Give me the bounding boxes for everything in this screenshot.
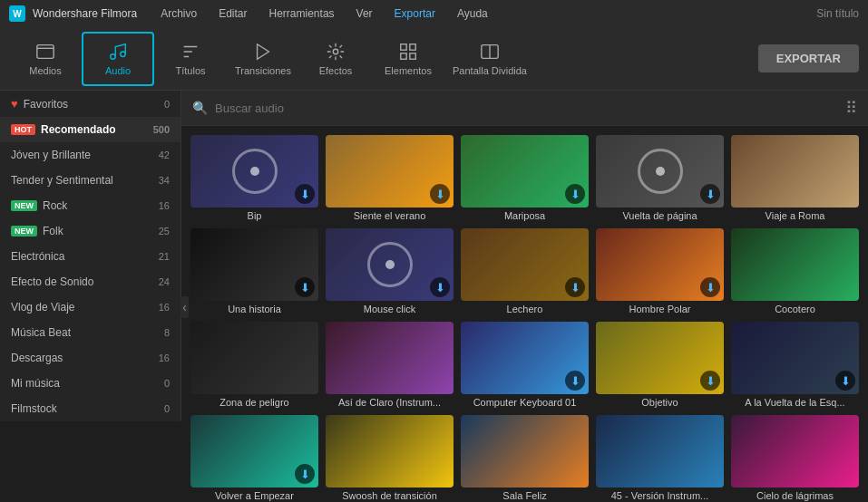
sidebar-descargas-label: Descargas bbox=[11, 352, 63, 364]
sidebar-item-recomendado[interactable]: HOT Recomendado 500 bbox=[0, 117, 180, 142]
grid-item-hombre[interactable]: ⬇Hombre Polar bbox=[596, 228, 724, 314]
grid-thumb-bip: ⬇ bbox=[190, 135, 318, 208]
grid-item-volver[interactable]: ⬇Volver a Empezar bbox=[190, 415, 318, 501]
grid-label-hombre: Hombre Polar bbox=[596, 304, 724, 314]
grid-item-roma[interactable]: Viaje a Roma bbox=[731, 135, 859, 221]
grid-item-cocotero[interactable]: Cocotero bbox=[731, 228, 859, 314]
titlebar: W Wondershare Filmora Archivo Editar Her… bbox=[0, 0, 868, 27]
sidebar-item-vlog[interactable]: Vlog de Viaje 16 bbox=[0, 294, 180, 320]
sidebar-item-efecto[interactable]: Efecto de Sonido 24 bbox=[0, 269, 180, 294]
sidebar-joven-label: Jóven y Brillante bbox=[11, 149, 91, 161]
sidebar-item-favoritos[interactable]: ♥ Favoritos 0 bbox=[0, 91, 180, 117]
grid-label-zona: Zona de peligro bbox=[190, 397, 318, 408]
sidebar-item-tender[interactable]: Tender y Sentimental 34 bbox=[0, 168, 180, 193]
grid-item-asi[interactable]: Así de Claro (Instrum... bbox=[326, 322, 454, 408]
grid-item-mouse[interactable]: ⬇Mouse click bbox=[326, 228, 454, 314]
sidebar-item-musica[interactable]: Música Beat 8 bbox=[0, 320, 180, 345]
sidebar-item-folk[interactable]: NEW Folk 25 bbox=[0, 218, 180, 244]
menu-exportar[interactable]: Exportar bbox=[387, 7, 443, 20]
grid-item-swoosh[interactable]: Swoosh de transición bbox=[326, 415, 454, 501]
grid-item-version45[interactable]: 45 - Versión Instrum... bbox=[596, 415, 724, 501]
sidebar-filmstock-label: Filmstock bbox=[11, 402, 57, 415]
menu-ayuda[interactable]: Ayuda bbox=[450, 7, 495, 20]
sidebar-item-joven[interactable]: Jóven y Brillante 42 bbox=[0, 142, 180, 168]
download-btn-vuelta[interactable]: ⬇ bbox=[700, 184, 720, 204]
download-btn-keyboard[interactable]: ⬇ bbox=[565, 371, 585, 391]
grid-thumb-swoosh bbox=[326, 415, 454, 488]
grid-item-objetivo[interactable]: ⬇Objetivo bbox=[596, 322, 724, 408]
grid-thumb-sala bbox=[461, 415, 589, 488]
svg-rect-8 bbox=[410, 53, 415, 58]
download-btn-historia[interactable]: ⬇ bbox=[295, 277, 315, 297]
grid-item-mariposa[interactable]: ⬇Mariposa bbox=[461, 135, 589, 221]
svg-rect-6 bbox=[410, 43, 415, 49]
sidebar-wrapper: ♥ Favoritos 0 HOT Recomendado 500 Jóven … bbox=[0, 91, 181, 502]
grid-thumb-cocotero bbox=[731, 228, 859, 301]
export-button[interactable]: EXPORTAR bbox=[758, 44, 859, 72]
search-input[interactable] bbox=[215, 101, 838, 115]
sidebar-efecto-label: Efecto de Sonido bbox=[11, 275, 93, 288]
menu-ver[interactable]: Ver bbox=[349, 7, 380, 20]
grid-thumb-zona bbox=[190, 322, 318, 394]
grid-item-zona[interactable]: Zona de peligro bbox=[190, 322, 318, 408]
toolbar-pantalla-label: Pantalla Dividida bbox=[453, 65, 527, 76]
grid-item-cielo[interactable]: Cielo de lágrimas bbox=[731, 415, 859, 501]
sidebar-item-mimusica[interactable]: Mi música 0 bbox=[0, 371, 180, 396]
sidebar-vlog-count: 16 bbox=[159, 302, 170, 313]
sidebar-item-filmstock[interactable]: Filmstock 0 bbox=[0, 396, 180, 421]
grid-thumb-asi bbox=[326, 322, 454, 394]
grid-label-vuelta: Vuelta de página bbox=[596, 210, 724, 221]
main-layout: ♥ Favoritos 0 HOT Recomendado 500 Jóven … bbox=[0, 91, 868, 502]
toolbar-audio[interactable]: Audio bbox=[82, 32, 154, 86]
download-btn-bip[interactable]: ⬇ bbox=[295, 184, 315, 204]
grid-item-sala[interactable]: Sala Feliz bbox=[461, 415, 589, 501]
toolbar-efectos[interactable]: Efectos bbox=[299, 32, 372, 86]
audio-grid-container: ⬇Bip⬇Siente el verano⬇Mariposa⬇Vuelta de… bbox=[181, 126, 868, 502]
download-btn-vuelta2[interactable]: ⬇ bbox=[835, 371, 855, 391]
grid-thumb-historia: ⬇ bbox=[190, 228, 318, 301]
toolbar-medios[interactable]: Medios bbox=[9, 32, 82, 86]
grid-item-historia[interactable]: ⬇Una historia bbox=[190, 228, 318, 314]
grid-label-mariposa: Mariposa bbox=[461, 210, 589, 221]
download-btn-volver[interactable]: ⬇ bbox=[295, 464, 315, 484]
download-btn-objetivo[interactable]: ⬇ bbox=[700, 371, 720, 391]
download-btn-siente[interactable]: ⬇ bbox=[430, 184, 450, 204]
grid-label-sala: Sala Feliz bbox=[461, 490, 589, 501]
sidebar-item-electronica[interactable]: Electrónica 21 bbox=[0, 244, 180, 269]
sidebar-mimusica-count: 0 bbox=[164, 378, 170, 389]
grid-item-bip[interactable]: ⬇Bip bbox=[190, 135, 318, 221]
toolbar-elementos[interactable]: Elementos bbox=[372, 32, 444, 86]
grid-item-lechero[interactable]: ⬇Lechero bbox=[461, 228, 589, 314]
grid-label-version45: 45 - Versión Instrum... bbox=[596, 490, 724, 501]
grid-label-historia: Una historia bbox=[190, 304, 318, 314]
grid-label-swoosh: Swoosh de transición bbox=[326, 490, 454, 501]
more-options-icon[interactable]: ⠿ bbox=[845, 98, 857, 118]
grid-thumb-hombre: ⬇ bbox=[596, 228, 724, 301]
svg-rect-7 bbox=[401, 53, 406, 58]
grid-item-vuelta[interactable]: ⬇Vuelta de página bbox=[596, 135, 724, 221]
download-btn-mariposa[interactable]: ⬇ bbox=[565, 184, 585, 204]
download-btn-hombre[interactable]: ⬇ bbox=[700, 277, 720, 297]
sidebar: ♥ Favoritos 0 HOT Recomendado 500 Jóven … bbox=[0, 91, 181, 421]
sidebar-collapse-arrow[interactable]: ‹ bbox=[180, 296, 189, 318]
grid-item-vuelta2[interactable]: ⬇A la Vuelta de la Esq... bbox=[731, 322, 859, 408]
grid-item-siente[interactable]: ⬇Siente el verano bbox=[326, 135, 454, 221]
search-bar: 🔍 ⠿ bbox=[181, 91, 868, 126]
sidebar-rock-count: 16 bbox=[159, 200, 170, 211]
grid-thumb-keyboard: ⬇ bbox=[461, 322, 589, 394]
download-btn-mouse[interactable]: ⬇ bbox=[430, 277, 450, 297]
sidebar-item-descargas[interactable]: Descargas 16 bbox=[0, 345, 180, 371]
grid-label-siente: Siente el verano bbox=[326, 210, 454, 221]
toolbar-pantalla[interactable]: Pantalla Dividida bbox=[444, 32, 535, 86]
toolbar-titulos[interactable]: Títulos bbox=[154, 32, 227, 86]
menu-editar[interactable]: Editar bbox=[211, 7, 254, 20]
menu-archivo[interactable]: Archivo bbox=[153, 7, 204, 20]
grid-thumb-lechero: ⬇ bbox=[461, 228, 589, 301]
toolbar-transiciones[interactable]: Transiciones bbox=[227, 32, 299, 86]
sidebar-tender-count: 34 bbox=[159, 175, 170, 186]
download-btn-lechero[interactable]: ⬇ bbox=[565, 277, 585, 297]
menu-herramientas[interactable]: Herramientas bbox=[262, 7, 342, 20]
sidebar-mimusica-label: Mi música bbox=[11, 377, 60, 390]
sidebar-item-rock[interactable]: NEW Rock 16 bbox=[0, 193, 180, 218]
grid-item-keyboard[interactable]: ⬇Computer Keyboard 01 bbox=[461, 322, 589, 408]
